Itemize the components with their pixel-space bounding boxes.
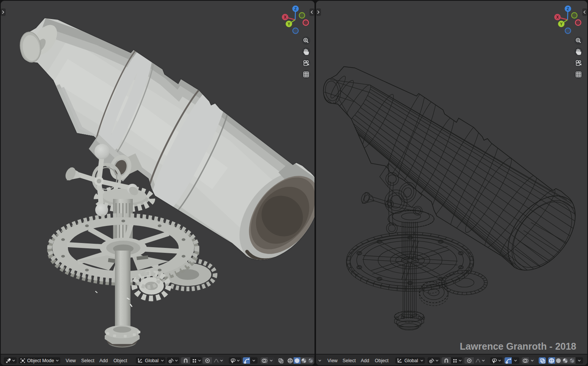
svg-text:X: X [284,15,286,19]
svg-text:X: X [556,15,559,19]
svg-text:Z: Z [294,7,297,11]
svg-text:Y: Y [560,22,563,26]
svg-text:Y: Y [288,22,290,26]
svg-text:Z: Z [567,7,569,11]
